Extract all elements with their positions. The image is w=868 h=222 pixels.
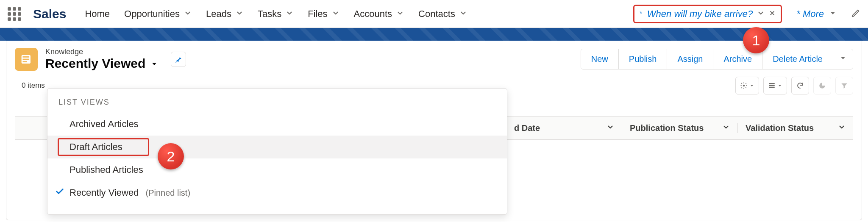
chevron-down-icon[interactable] bbox=[757, 9, 765, 19]
list-views-dropdown: LIST VIEWS Archived Articles Draft Artic… bbox=[47, 88, 507, 215]
list-settings-button[interactable] bbox=[735, 77, 759, 94]
pin-list-button[interactable] bbox=[171, 52, 186, 67]
global-nav: Sales Home Opportunities Leads Tasks Fil… bbox=[0, 0, 868, 28]
column-header-validation-status[interactable]: Validation Status bbox=[738, 123, 853, 133]
svg-point-4 bbox=[743, 85, 745, 87]
column-header-date[interactable]: d Date bbox=[506, 123, 622, 133]
items-count: 0 items bbox=[22, 81, 45, 90]
app-name: Sales bbox=[33, 7, 66, 21]
workspace-tab-active[interactable]: * When will my bike arrive? bbox=[633, 5, 782, 23]
nav-item-label: Contacts bbox=[418, 8, 455, 19]
pinned-note: (Pinned list) bbox=[145, 188, 190, 198]
chevron-down-icon[interactable] bbox=[236, 8, 243, 19]
list-view-switcher[interactable]: Recently Viewed bbox=[45, 56, 158, 71]
list-view-option-label: Published Articles bbox=[70, 164, 143, 175]
edit-nav-icon[interactable] bbox=[851, 8, 860, 19]
assign-button[interactable]: Assign bbox=[667, 49, 713, 69]
nav-more-label: * More bbox=[796, 8, 824, 19]
svg-rect-3 bbox=[23, 61, 27, 62]
page-header: Knowledge Recently Viewed New Publish As… bbox=[6, 41, 862, 73]
chart-button[interactable] bbox=[813, 77, 831, 94]
close-tab-icon[interactable] bbox=[769, 10, 776, 18]
display-as-button[interactable] bbox=[763, 77, 787, 94]
list-view-option-archived[interactable]: Archived Articles bbox=[47, 113, 507, 136]
chevron-down-icon[interactable] bbox=[459, 8, 467, 19]
chevron-down-icon[interactable] bbox=[606, 123, 614, 133]
page-card: Knowledge Recently Viewed New Publish As… bbox=[6, 41, 862, 220]
object-label: Knowledge bbox=[45, 47, 158, 56]
check-icon bbox=[55, 187, 64, 199]
chevron-down-icon[interactable] bbox=[838, 123, 846, 133]
header-actions: New Publish Assign Archive Delete Articl… bbox=[581, 49, 853, 69]
nav-item-tasks[interactable]: Tasks bbox=[258, 8, 293, 19]
svg-rect-6 bbox=[769, 85, 775, 86]
svg-rect-5 bbox=[769, 83, 775, 84]
context-bar bbox=[0, 28, 868, 41]
list-view-option-label: Recently Viewed bbox=[70, 187, 139, 198]
nav-item-accounts[interactable]: Accounts bbox=[354, 8, 404, 19]
nav-item-home[interactable]: Home bbox=[85, 8, 110, 19]
nav-item-label: Opportunities bbox=[124, 8, 180, 19]
nav-item-label: Tasks bbox=[258, 8, 281, 19]
chevron-down-icon[interactable] bbox=[286, 8, 293, 19]
nav-item-label: Files bbox=[308, 8, 327, 19]
caret-down-icon bbox=[150, 56, 158, 71]
new-button[interactable]: New bbox=[581, 49, 619, 69]
dirty-indicator: * bbox=[640, 10, 642, 18]
list-view-option-label: Archived Articles bbox=[70, 119, 139, 130]
nav-item-label: Home bbox=[85, 8, 110, 19]
nav-item-contacts[interactable]: Contacts bbox=[418, 8, 467, 19]
list-toolbar bbox=[735, 77, 853, 94]
filter-button[interactable] bbox=[835, 77, 853, 94]
chevron-down-icon[interactable] bbox=[332, 8, 339, 19]
nav-more[interactable]: * More bbox=[796, 8, 837, 19]
chevron-down-icon[interactable] bbox=[184, 8, 192, 19]
nav-item-label: Accounts bbox=[354, 8, 392, 19]
nav-item-opportunities[interactable]: Opportunities bbox=[124, 8, 192, 19]
nav-items: Home Opportunities Leads Tasks Files Acc… bbox=[85, 8, 467, 19]
annotation-badge-2: 2 bbox=[158, 143, 184, 169]
chevron-down-icon[interactable] bbox=[722, 123, 730, 133]
column-header-label: Publication Status bbox=[630, 123, 704, 133]
svg-rect-7 bbox=[769, 87, 775, 88]
nav-item-files[interactable]: Files bbox=[308, 8, 339, 19]
app-launcher-icon[interactable] bbox=[8, 7, 21, 21]
delete-article-button[interactable]: Delete Article bbox=[762, 49, 833, 69]
list-view-option-published[interactable]: Published Articles bbox=[47, 158, 507, 181]
list-view-option-recently-viewed[interactable]: Recently Viewed (Pinned list) bbox=[47, 181, 507, 204]
column-header-label: d Date bbox=[514, 123, 540, 133]
refresh-button[interactable] bbox=[791, 77, 809, 94]
chevron-down-icon[interactable] bbox=[396, 8, 404, 19]
list-view-option-label: Draft Articles bbox=[70, 142, 122, 153]
column-header-publication-status[interactable]: Publication Status bbox=[622, 123, 738, 133]
publish-button[interactable]: Publish bbox=[619, 49, 668, 69]
nav-item-leads[interactable]: Leads bbox=[206, 8, 243, 19]
annotation-badge-1: 1 bbox=[743, 27, 769, 53]
caret-down-icon bbox=[829, 8, 837, 19]
svg-rect-2 bbox=[23, 58, 30, 60]
list-view-option-draft[interactable]: Draft Articles bbox=[47, 136, 507, 158]
more-actions-button[interactable] bbox=[833, 49, 853, 69]
workspace-tab-label: When will my bike arrive? bbox=[647, 8, 753, 19]
svg-rect-1 bbox=[23, 56, 30, 57]
knowledge-icon bbox=[15, 48, 38, 71]
list-views-heading: LIST VIEWS bbox=[47, 95, 507, 113]
nav-item-label: Leads bbox=[206, 8, 231, 19]
list-view-name: Recently Viewed bbox=[45, 56, 145, 71]
column-header-label: Validation Status bbox=[746, 123, 814, 133]
action-button-group: New Publish Assign Archive Delete Articl… bbox=[581, 49, 853, 69]
